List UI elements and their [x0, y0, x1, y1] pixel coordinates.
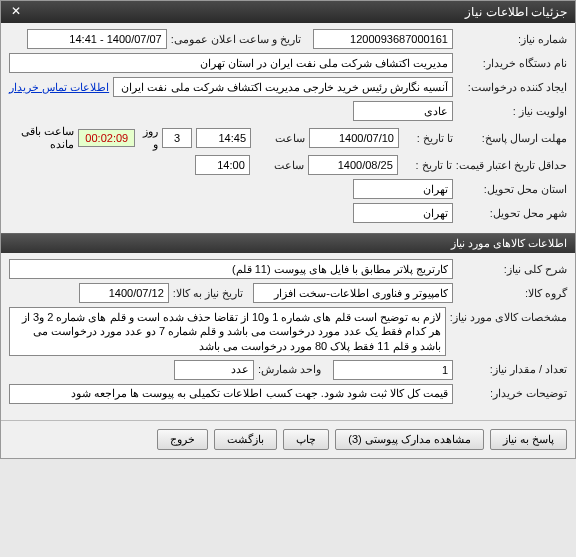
- delivery-province-label: استان محل تحویل:: [457, 183, 567, 196]
- min-validity-time-field[interactable]: [195, 155, 250, 175]
- delivery-province-field[interactable]: [353, 179, 453, 199]
- need-info-panel: شماره نیاز: تاریخ و ساعت اعلان عمومی: نا…: [1, 23, 575, 233]
- pub-date-field[interactable]: [27, 29, 167, 49]
- buyer-notes-field[interactable]: [9, 384, 453, 404]
- need-date-label: تاریخ نیاز به کالا:: [173, 287, 243, 300]
- priority-label: اولویت نیاز :: [457, 105, 567, 118]
- need-no-label: شماره نیاز:: [457, 33, 567, 46]
- button-bar: پاسخ به نیاز مشاهده مدارک پیوستی (3) چاپ…: [1, 420, 575, 458]
- unit-field[interactable]: [174, 360, 254, 380]
- exit-button[interactable]: خروج: [157, 429, 208, 450]
- delivery-city-field[interactable]: [353, 203, 453, 223]
- requester-field[interactable]: [113, 77, 453, 97]
- window-title: جزئیات اطلاعات نیاز: [465, 5, 567, 19]
- dialog-window: جزئیات اطلاعات نیاز ✕ شماره نیاز: تاریخ …: [0, 0, 576, 459]
- countdown-timer: 00:02:09: [78, 129, 135, 147]
- print-button[interactable]: چاپ: [283, 429, 329, 450]
- need-date-field[interactable]: [79, 283, 169, 303]
- delivery-city-label: شهر محل تحویل:: [457, 207, 567, 220]
- need-no-field[interactable]: [313, 29, 453, 49]
- min-validity-label: حداقل تاریخ اعتبار قیمت:: [456, 159, 567, 172]
- time-label-1: ساعت: [255, 132, 305, 145]
- contact-link[interactable]: اطلاعات تماس خریدار: [9, 81, 109, 94]
- qty-label: تعداد / مقدار نیاز:: [457, 363, 567, 376]
- days-remaining-field[interactable]: [162, 128, 192, 148]
- close-icon[interactable]: ✕: [9, 5, 23, 19]
- buyer-notes-label: توضیحات خریدار:: [457, 387, 567, 400]
- qty-field[interactable]: [333, 360, 453, 380]
- remaining-label: ساعت باقی مانده: [9, 125, 74, 151]
- reply-deadline-label: مهلت ارسال پاسخ:: [457, 132, 567, 145]
- unit-label: واحد شمارش:: [258, 363, 321, 376]
- buyer-org-field[interactable]: [9, 53, 453, 73]
- group-field[interactable]: [253, 283, 453, 303]
- pub-date-label: تاریخ و ساعت اعلان عمومی:: [171, 33, 301, 46]
- days-label: روز و: [139, 125, 158, 151]
- time-label-2: ساعت: [254, 159, 304, 172]
- reply-button[interactable]: پاسخ به نیاز: [490, 429, 567, 450]
- reply-date-field[interactable]: [309, 128, 399, 148]
- goods-panel: شرح کلی نیاز: گروه کالا: تاریخ نیاز به ک…: [1, 253, 575, 414]
- back-button[interactable]: بازگشت: [214, 429, 277, 450]
- spec-label: مشخصات کالای مورد نیاز:: [450, 307, 567, 324]
- requester-label: ایجاد کننده درخواست:: [457, 81, 567, 94]
- group-label: گروه کالا:: [457, 287, 567, 300]
- spec-field[interactable]: لازم به توضیح است قلم های شماره 1 و10 از…: [9, 307, 446, 356]
- desc-label: شرح کلی نیاز:: [457, 263, 567, 276]
- title-bar: جزئیات اطلاعات نیاز ✕: [1, 1, 575, 23]
- until-label-2: تا تاریخ :: [402, 159, 452, 172]
- desc-field[interactable]: [9, 259, 453, 279]
- priority-field[interactable]: [353, 101, 453, 121]
- until-label: تا تاریخ :: [403, 132, 453, 145]
- min-validity-date-field[interactable]: [308, 155, 398, 175]
- goods-section-header: اطلاعات کالاهای مورد نیاز: [1, 233, 575, 253]
- attachments-button[interactable]: مشاهده مدارک پیوستی (3): [335, 429, 484, 450]
- buyer-org-label: نام دستگاه خریدار:: [457, 57, 567, 70]
- reply-time-field[interactable]: [196, 128, 251, 148]
